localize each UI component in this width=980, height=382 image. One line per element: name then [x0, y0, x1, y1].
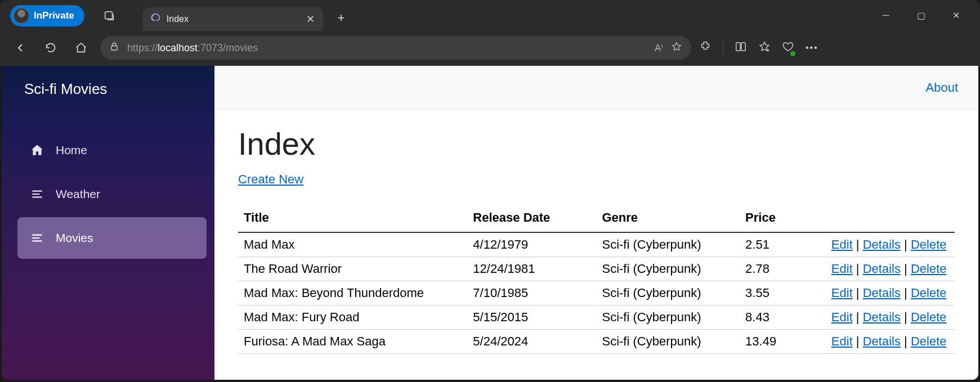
sidebar-item-label: Movies — [56, 231, 93, 245]
maximize-button[interactable]: ▢ — [912, 10, 929, 21]
sidebar-nav: Home Weather Movies — [2, 115, 214, 259]
inprivate-badge[interactable]: InPrivate — [10, 5, 84, 26]
url-path: :7073/movies — [198, 42, 258, 53]
extensions-icon[interactable] — [699, 41, 711, 55]
cell-release: 4/12/1979 — [467, 232, 596, 257]
cell-actions: Edit | Details | Delete — [826, 257, 955, 281]
separator — [723, 41, 723, 55]
col-genre: Genre — [596, 204, 740, 232]
table-row: Mad Max4/12/1979Sci-fi (Cyberpunk)2.51Ed… — [238, 232, 955, 257]
cell-title: Furiosa: A Mad Max Saga — [238, 330, 467, 354]
url-host: localhost — [158, 42, 198, 53]
edit-link[interactable]: Edit — [831, 334, 853, 348]
details-link[interactable]: Details — [863, 334, 901, 348]
minimize-button[interactable]: ─ — [878, 10, 894, 21]
table-row: Mad Max: Fury Road5/15/2015Sci-fi (Cyber… — [238, 305, 955, 330]
delete-link[interactable]: Delete — [911, 334, 947, 348]
delete-link[interactable]: Delete — [911, 310, 947, 324]
sidebar-item-label: Home — [56, 143, 87, 157]
details-link[interactable]: Details — [863, 310, 901, 324]
edit-link[interactable]: Edit — [831, 237, 853, 251]
window-controls: ─ ▢ ✕ — [878, 10, 978, 21]
cell-genre: Sci-fi (Cyberpunk) — [596, 305, 740, 330]
movies-table: Title Release Date Genre Price Mad Max4/… — [238, 204, 955, 354]
svg-rect-3 — [741, 43, 745, 51]
split-screen-icon[interactable] — [735, 41, 747, 55]
create-new-link[interactable]: Create New — [238, 172, 303, 186]
cell-price: 2.51 — [740, 232, 826, 257]
topbar: About — [214, 66, 978, 110]
sidebar-item-weather[interactable]: Weather — [17, 173, 207, 215]
edit-link[interactable]: Edit — [831, 310, 853, 324]
favorites-icon[interactable] — [758, 41, 771, 55]
app-brand[interactable]: Sci-fi Movies — [2, 66, 214, 115]
toolbar-right: ••• — [699, 41, 823, 55]
cell-price: 8.43 — [740, 305, 826, 330]
cell-price: 2.78 — [740, 257, 826, 281]
back-button[interactable] — [9, 37, 32, 59]
cell-title: Mad Max — [238, 232, 467, 257]
browser-chrome: InPrivate Index ✕ + ─ ▢ ✕ — [0, 0, 980, 66]
home-button[interactable] — [70, 37, 92, 59]
table-row: The Road Warrior12/24/1981Sci-fi (Cyberp… — [238, 257, 955, 281]
page-title: Index — [238, 125, 955, 162]
refresh-button[interactable] — [39, 37, 62, 59]
read-aloud-icon[interactable]: A⁾ — [655, 43, 663, 53]
cell-genre: Sci-fi (Cyberpunk) — [596, 257, 740, 281]
cell-release: 5/15/2015 — [467, 305, 596, 330]
cell-release: 12/24/1981 — [467, 257, 596, 281]
lock-icon — [109, 42, 119, 54]
address-bar[interactable]: https://localhost:7073/movies A⁾ — [100, 36, 691, 60]
sidebar-item-home[interactable]: Home — [17, 129, 207, 171]
favorite-star-icon[interactable] — [671, 41, 682, 55]
browser-toolbar: https://localhost:7073/movies A⁾ — [0, 31, 980, 65]
sidebar-item-movies[interactable]: Movies — [17, 217, 207, 259]
tab-actions-icon[interactable] — [98, 5, 120, 27]
cell-genre: Sci-fi (Cyberpunk) — [596, 232, 740, 257]
blazor-favicon-icon — [150, 14, 161, 25]
cell-release: 7/10/1985 — [467, 281, 596, 305]
edit-link[interactable]: Edit — [831, 286, 853, 300]
inprivate-label: InPrivate — [34, 10, 74, 21]
tab-title: Index — [167, 14, 299, 24]
cell-actions: Edit | Details | Delete — [826, 232, 955, 257]
svg-rect-1 — [111, 46, 118, 51]
svg-rect-2 — [736, 43, 740, 51]
sidebar: Sci-fi Movies Home Weather Movies — [2, 66, 214, 380]
browser-tab[interactable]: Index ✕ — [143, 7, 323, 31]
details-link[interactable]: Details — [863, 262, 901, 276]
col-price: Price — [740, 204, 826, 232]
details-link[interactable]: Details — [863, 237, 901, 251]
app-viewport: Sci-fi Movies Home Weather Movies About … — [2, 66, 978, 380]
cell-release: 5/24/2024 — [467, 330, 596, 354]
close-window-button[interactable]: ✕ — [947, 10, 964, 21]
browser-titlebar: InPrivate Index ✕ + ─ ▢ ✕ — [0, 0, 980, 31]
home-icon — [30, 143, 44, 158]
cell-title: Mad Max: Fury Road — [238, 305, 467, 330]
close-tab-icon[interactable]: ✕ — [305, 14, 316, 25]
delete-link[interactable]: Delete — [911, 237, 947, 251]
cell-actions: Edit | Details | Delete — [826, 305, 955, 330]
svg-rect-0 — [105, 11, 112, 19]
table-row: Furiosa: A Mad Max Saga5/24/2024Sci-fi (… — [238, 330, 955, 354]
health-icon[interactable] — [782, 41, 794, 55]
menu-icon[interactable]: ••• — [806, 43, 818, 53]
new-tab-button[interactable]: + — [330, 7, 352, 29]
list-icon — [30, 187, 44, 201]
delete-link[interactable]: Delete — [911, 286, 947, 300]
table-row: Mad Max: Beyond Thunderdome7/10/1985Sci-… — [238, 281, 955, 305]
cell-genre: Sci-fi (Cyberpunk) — [596, 281, 740, 305]
cell-price: 3.55 — [740, 281, 826, 305]
table-header-row: Title Release Date Genre Price — [238, 204, 955, 232]
list-icon — [30, 231, 44, 245]
col-actions — [826, 204, 955, 232]
about-link[interactable]: About — [926, 80, 959, 95]
col-release: Release Date — [467, 204, 596, 232]
edit-link[interactable]: Edit — [831, 262, 853, 276]
col-title: Title — [238, 204, 467, 232]
cell-title: The Road Warrior — [238, 257, 467, 281]
cell-actions: Edit | Details | Delete — [826, 330, 955, 354]
delete-link[interactable]: Delete — [911, 262, 947, 276]
details-link[interactable]: Details — [863, 286, 901, 300]
main-content: About Index Create New Title Release Dat… — [214, 66, 978, 380]
